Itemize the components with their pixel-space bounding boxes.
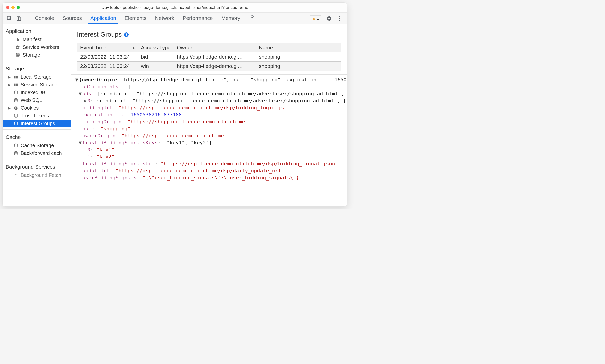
upload-icon (13, 173, 19, 178)
svg-rect-6 (14, 77, 16, 78)
window-title: DevTools - publisher-fledge-demo.glitch.… (3, 5, 347, 10)
section-cache-title: Cache (3, 132, 71, 142)
sidebar-divider (3, 159, 71, 159)
disclosure-triangle-icon[interactable]: ▶ (8, 106, 11, 110)
object-property[interactable]: userBiddingSignals: "{\"user_bidding_sig… (73, 174, 346, 181)
disclosure-triangle-icon[interactable]: ▼ (78, 90, 82, 97)
grid-icon (13, 83, 19, 87)
sidebar-item-interest-groups[interactable]: Interest Groups (3, 120, 71, 127)
svg-point-19 (14, 122, 17, 123)
disclosure-triangle-icon[interactable]: ▶ (8, 83, 11, 87)
disclosure-triangle-icon[interactable]: ▶ (83, 97, 87, 104)
object-property[interactable]: adComponents: [] (73, 83, 346, 90)
database-icon (15, 53, 21, 57)
titlebar: DevTools - publisher-fledge-demo.glitch.… (3, 3, 347, 13)
svg-point-13 (14, 98, 17, 100)
section-storage-title: Storage (3, 63, 71, 73)
device-toggle-icon[interactable] (15, 14, 23, 23)
column-access-type[interactable]: Access Type (138, 43, 174, 52)
table-header-row: Event Time ▲ Access Type Owner Name (77, 43, 341, 52)
issues-badge[interactable]: ▲ 1 (310, 15, 321, 21)
warning-icon: ▲ (312, 16, 316, 21)
section-application-title: Application (3, 26, 71, 36)
svg-rect-7 (16, 77, 18, 78)
tab-application[interactable]: Application (90, 13, 117, 24)
svg-rect-10 (14, 85, 16, 86)
tab-sources[interactable]: Sources (62, 13, 82, 24)
tab-memory[interactable]: Memory (221, 13, 241, 24)
sort-asc-icon: ▲ (132, 46, 135, 50)
object-array-item[interactable]: 1: "key2" (73, 153, 346, 160)
database-icon (13, 90, 19, 95)
svg-rect-11 (16, 85, 18, 86)
object-property[interactable]: biddingUrl: "https://dsp-fledge-demo.gli… (73, 104, 346, 111)
column-name[interactable]: Name (256, 43, 341, 52)
object-root[interactable]: ▼{ownerOrigin: "https://dsp-fledge-demo.… (73, 76, 346, 83)
table-row[interactable]: 22/03/2022, 11:03:24 bid https://dsp-fle… (77, 52, 341, 62)
database-icon (13, 98, 19, 103)
sidebar-item-session-storage[interactable]: ▶ Session Storage (3, 81, 71, 89)
sidebar-item-indexeddb[interactable]: IndexedDB (3, 89, 71, 96)
main-panel: Interest Groups i Event Time ▲ Access Ty… (71, 24, 347, 206)
panel-title: Interest Groups (77, 31, 122, 38)
table-row[interactable]: 22/03/2022, 11:03:24 win https://dsp-fle… (77, 62, 341, 71)
cookie-icon (13, 106, 19, 110)
sidebar-item-background-fetch[interactable]: Background Fetch (3, 171, 71, 179)
column-event-time[interactable]: Event Time ▲ (77, 43, 138, 52)
panel-header: Interest Groups i (71, 24, 347, 43)
tab-elements[interactable]: Elements (124, 13, 147, 24)
more-options-icon[interactable]: ⋮ (335, 15, 344, 22)
sidebar-item-trust-tokens[interactable]: Trust Tokens (3, 112, 71, 120)
tab-network[interactable]: Network (154, 13, 175, 24)
sidebar-divider (3, 61, 71, 61)
object-inspector[interactable]: ▼{ownerOrigin: "https://dsp-fledge-demo.… (71, 74, 347, 206)
zoom-window-button[interactable] (17, 6, 20, 9)
object-property[interactable]: trustedBiddingSignalsUrl: "https://dsp-f… (73, 160, 346, 167)
object-property[interactable]: ownerOrigin: "https://dsp-fledge-demo.gl… (73, 132, 346, 139)
devtools-window: DevTools - publisher-fledge-demo.glitch.… (2, 2, 347, 207)
sidebar-item-bfcache[interactable]: Back/forward cach (3, 149, 71, 157)
sidebar-item-service-workers[interactable]: Service Workers (3, 43, 71, 51)
object-array-item[interactable]: 0: "key1" (73, 146, 346, 153)
svg-point-18 (14, 114, 17, 115)
object-property[interactable]: joiningOrigin: "https://shopping-fledge-… (73, 118, 346, 125)
section-background-title: Background Services (3, 161, 71, 171)
info-icon[interactable]: i (124, 32, 129, 37)
sidebar-item-cookies[interactable]: ▶ Cookies (3, 104, 71, 112)
minimize-window-button[interactable] (11, 6, 15, 9)
svg-rect-2 (18, 17, 21, 20)
object-property-ads[interactable]: ▼ads: [{renderUrl: "https://shopping-fle… (73, 90, 346, 97)
sidebar-item-local-storage[interactable]: ▶ Local Storage (3, 73, 71, 81)
object-property[interactable]: updateUrl: "https://dsp-fledge-demo.glit… (73, 167, 346, 174)
object-property[interactable]: name: "shopping" (73, 125, 346, 132)
disclosure-triangle-icon[interactable]: ▶ (8, 75, 11, 79)
database-icon (13, 114, 19, 118)
application-sidebar: Application Manifest Service Workers (3, 24, 71, 206)
events-table: Event Time ▲ Access Type Owner Name 22/0… (77, 43, 341, 71)
disclosure-triangle-icon[interactable]: ▼ (78, 139, 82, 146)
inspect-element-icon[interactable] (5, 14, 14, 23)
sidebar-item-manifest[interactable]: Manifest (3, 36, 71, 43)
object-property[interactable]: expirationTime: 1650538216.837188 (73, 111, 346, 118)
issues-count: 1 (317, 16, 319, 21)
object-array-item[interactable]: ▶0: {renderUrl: "https://shopping-fledge… (73, 97, 346, 104)
svg-point-15 (15, 107, 16, 108)
more-tabs-icon[interactable]: » (248, 13, 256, 24)
sidebar-item-websql[interactable]: Web SQL (3, 96, 71, 104)
svg-rect-9 (16, 83, 18, 85)
svg-point-16 (16, 108, 16, 108)
close-window-button[interactable] (6, 6, 9, 9)
document-icon (15, 37, 21, 42)
column-owner[interactable]: Owner (174, 43, 256, 52)
sidebar-item-cache-storage[interactable]: Cache Storage (3, 142, 71, 149)
object-property-tbsk[interactable]: ▼trustedBiddingSignalsKeys: ["key1", "ke… (73, 139, 346, 146)
sidebar-item-storage[interactable]: Storage (3, 51, 71, 59)
settings-icon[interactable] (324, 16, 334, 21)
grid-icon (13, 75, 19, 79)
svg-point-17 (15, 108, 16, 109)
svg-point-3 (16, 53, 19, 54)
svg-rect-4 (14, 76, 16, 77)
tab-performance[interactable]: Performance (182, 13, 213, 24)
tab-console[interactable]: Console (34, 13, 55, 24)
disclosure-triangle-icon[interactable]: ▼ (75, 76, 78, 83)
